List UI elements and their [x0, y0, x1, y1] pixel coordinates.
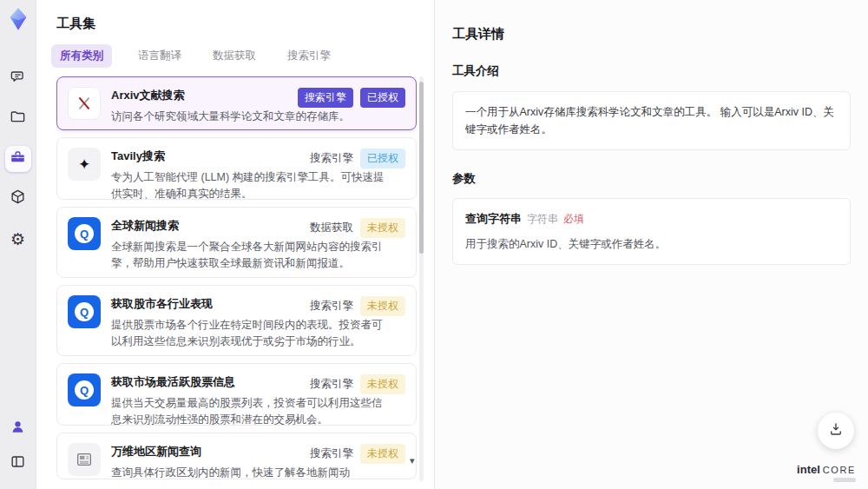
- sidebar-item-chat[interactable]: [5, 66, 31, 92]
- tool-card-global-news[interactable]: Q 全球新闻搜索 全球新闻搜索是一个聚合全球各大新闻网站内容的搜索引擎，帮助用户…: [56, 207, 417, 278]
- sidebar-item-packages[interactable]: [5, 186, 31, 212]
- folder-icon: [10, 109, 26, 129]
- cube-icon: [10, 188, 26, 209]
- tool-description: 提供当天交易量最高的股票列表，投资者可以利用这些信息来识别流动性强的股票和潜在的…: [111, 395, 391, 428]
- sidebar-bottom: [5, 416, 31, 477]
- status-badge: 未授权: [360, 374, 405, 394]
- settings-gear-icon: ⚙: [10, 229, 25, 249]
- category-label: 数据获取: [310, 221, 353, 235]
- category-label: 搜索引擎: [310, 446, 353, 461]
- param-description: 用于搜索的Arxiv ID、关键字或作者姓名。: [465, 235, 838, 253]
- status-badge: 未授权: [360, 296, 405, 316]
- chat-icon: [10, 69, 26, 89]
- sidebar-item-collapse[interactable]: [5, 451, 31, 477]
- sidebar-item-tools[interactable]: [5, 146, 31, 172]
- intel-wordmark: intel: [797, 463, 820, 476]
- panels-icon: [10, 453, 26, 474]
- blue-q-app-icon: Q: [68, 295, 101, 328]
- param-required-flag: 必填: [563, 211, 584, 228]
- tab-data-fetch[interactable]: 数据获取: [207, 44, 261, 68]
- app-logo: [6, 7, 30, 31]
- tools-panel: 工具集 所有类别 语言翻译 数据获取 搜索引擎 Arxiv文献搜索 访问各个研究…: [36, 0, 434, 489]
- tool-description: 全球新闻搜索是一个聚合全球各大新闻网站内容的搜索引擎，帮助用户快速获取全球最新资…: [111, 239, 391, 272]
- user-icon: [10, 419, 26, 439]
- tool-detail-panel: 工具详情 工具介绍 一个用于从Arxiv存储库搜索科学论文和文章的工具。 输入可…: [434, 0, 868, 489]
- category-badge: 搜索引擎: [298, 88, 353, 108]
- detail-title: 工具详情: [452, 26, 851, 43]
- scroll-down-indicator[interactable]: ▾: [410, 455, 415, 466]
- status-badge: 未授权: [360, 218, 405, 238]
- list-scrollbar[interactable]: [419, 76, 424, 481]
- intel-core-logo: intel CORE: [797, 463, 856, 482]
- intel-badge-bar: [833, 478, 856, 482]
- tavily-star-icon: ✦: [68, 148, 101, 181]
- param-name: 查询字符串: [465, 210, 522, 228]
- page-title: 工具集: [56, 16, 434, 32]
- param-type: 字符串: [527, 211, 558, 228]
- tool-intro-box: 一个用于从Arxiv存储库搜索科学论文和文章的工具。 输入可以是Arxiv ID…: [452, 91, 851, 150]
- tool-card-regional-news[interactable]: 万维地区新闻查询 查询具体行政区划内的新闻，快速了解各地新闻动 搜索引擎 未授权: [56, 433, 417, 479]
- category-label: 搜索引擎: [310, 377, 353, 392]
- blue-q-app-icon: Q: [68, 217, 101, 250]
- category-label: 搜索引擎: [310, 151, 353, 166]
- category-tabs: 所有类别 语言翻译 数据获取 搜索引擎: [51, 44, 434, 68]
- arxiv-icon: [68, 87, 101, 120]
- tool-card-sector-performance[interactable]: Q 获取股市各行业表现 提供股票市场各个行业在特定时间段内的表现。投资者可以利用…: [56, 285, 417, 356]
- tool-list: Arxiv文献搜索 访问各个研究领域大量科学论文和文章的存储库。 搜索引擎 已授…: [56, 76, 417, 481]
- params-section-title: 参数: [452, 171, 851, 187]
- intro-section-title: 工具介绍: [452, 63, 851, 79]
- core-wordmark: CORE: [823, 465, 856, 475]
- tab-search-engine[interactable]: 搜索引擎: [282, 44, 336, 68]
- app-window: ⚙ 工具: [0, 0, 868, 489]
- parameter-box: 查询字符串 字符串 必填 用于搜索的Arxiv ID、关键字或作者姓名。: [452, 198, 851, 265]
- tool-card-arxiv[interactable]: Arxiv文献搜索 访问各个研究领域大量科学论文和文章的存储库。 搜索引擎 已授…: [56, 76, 417, 130]
- download-icon: [828, 421, 844, 440]
- tab-translation[interactable]: 语言翻译: [133, 44, 187, 68]
- sidebar-item-settings[interactable]: ⚙: [5, 226, 31, 252]
- tool-description: 访问各个研究领域大量科学论文和文章的存储库。: [111, 109, 391, 125]
- toolbox-icon: [10, 149, 26, 169]
- sidebar: ⚙: [0, 0, 36, 489]
- tab-all-categories[interactable]: 所有类别: [51, 44, 112, 68]
- tool-description: 查询具体行政区划内的新闻，快速了解各地新闻动: [111, 465, 391, 481]
- blue-q-app-icon: Q: [68, 373, 101, 406]
- status-badge: 已授权: [360, 88, 405, 108]
- status-badge: 已授权: [360, 149, 405, 169]
- tool-description: 专为人工智能代理 (LLM) 构建的搜索引擎工具。可快速提供实时、准确和真实的结…: [111, 169, 391, 202]
- category-label: 搜索引擎: [310, 299, 353, 314]
- tool-card-tavily[interactable]: ✦ Tavily搜索 专为人工智能代理 (LLM) 构建的搜索引擎工具。可快速提…: [56, 137, 417, 200]
- sidebar-item-account[interactable]: [5, 416, 31, 442]
- scrollbar-thumb[interactable]: [419, 82, 424, 254]
- status-badge: 未授权: [360, 444, 405, 464]
- newspaper-icon: [68, 443, 101, 476]
- download-button[interactable]: [818, 413, 854, 449]
- sidebar-item-files[interactable]: [5, 106, 31, 132]
- tool-card-active-stocks[interactable]: Q 获取市场最活跃股票信息 提供当天交易量最高的股票列表，投资者可以利用这些信息…: [56, 363, 417, 426]
- tool-description: 提供股票市场各个行业在特定时间段内的表现。投资者可以利用这些信息来识别表现优于或…: [111, 317, 391, 350]
- sidebar-nav: ⚙: [5, 66, 31, 252]
